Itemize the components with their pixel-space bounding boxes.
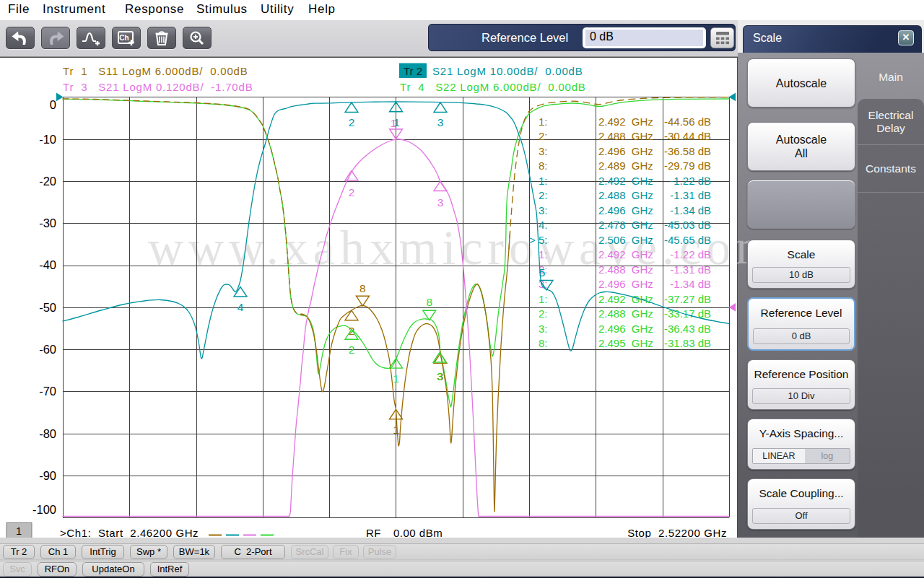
svg-text:1:: 1: bbox=[539, 175, 548, 187]
svg-text:-1.22 dB: -1.22 dB bbox=[670, 175, 711, 187]
svg-text:0.00 dBm: 0.00 dBm bbox=[393, 527, 443, 539]
svg-text:2:: 2: bbox=[539, 130, 548, 142]
svg-text:2.496 GHz: 2.496 GHz bbox=[598, 278, 653, 290]
svg-text:-1.22 dB: -1.22 dB bbox=[670, 248, 711, 260]
svg-text:2.488 GHz: 2.488 GHz bbox=[598, 130, 653, 142]
svg-text:-1.31 dB: -1.31 dB bbox=[670, 189, 711, 201]
svg-text:3: 3 bbox=[437, 370, 443, 382]
svg-text:4: 4 bbox=[237, 301, 244, 313]
svg-text:Tr 3 S21 LogM 0.120dB/ -1.: Tr 3 S21 LogM 0.120dB/ -1.70dB bbox=[63, 81, 253, 93]
svg-text:-100: -100 bbox=[32, 503, 56, 516]
svg-text:Tr 4 S22 LogM 6.000dB/ 0.0: Tr 4 S22 LogM 6.000dB/ 0.00dB bbox=[400, 81, 586, 93]
svg-text:2.495 GHz: 2.495 GHz bbox=[598, 337, 653, 349]
svg-text:-30: -30 bbox=[39, 216, 56, 229]
svg-text:2.506 GHz: 2.506 GHz bbox=[598, 234, 653, 246]
svg-text:-1.34 dB: -1.34 dB bbox=[670, 278, 711, 290]
svg-text:8: 8 bbox=[426, 296, 432, 308]
svg-text:Ch: Ch bbox=[119, 34, 128, 42]
svg-text:3: 3 bbox=[437, 196, 444, 209]
svg-text:Stop 2.52200 GHz: Stop 2.52200 GHz bbox=[627, 527, 727, 539]
svg-text:2.488 GHz: 2.488 GHz bbox=[598, 263, 653, 276]
svg-text:8:: 8: bbox=[539, 337, 548, 349]
svg-text:-80: -80 bbox=[39, 427, 56, 440]
svg-text:3:: 3: bbox=[539, 278, 548, 290]
svg-text:1:: 1: bbox=[539, 248, 548, 260]
svg-text:0: 0 bbox=[50, 98, 56, 111]
svg-text:Tr 2: Tr 2 bbox=[404, 65, 422, 77]
svg-text:>: > bbox=[529, 234, 536, 246]
svg-text:3:: 3: bbox=[539, 204, 548, 216]
svg-text:2.488 GHz: 2.488 GHz bbox=[598, 189, 653, 201]
svg-text:-1.34 dB: -1.34 dB bbox=[670, 204, 711, 216]
svg-text:2: 2 bbox=[349, 186, 355, 198]
svg-text:2.492 GHz: 2.492 GHz bbox=[598, 293, 653, 305]
svg-text:S21 LogM 10.00dB/ 0.00dB: S21 LogM 10.00dB/ 0.00dB bbox=[432, 65, 583, 77]
svg-text:2:: 2: bbox=[539, 189, 548, 201]
svg-text:-70: -70 bbox=[39, 385, 56, 398]
svg-text:-60: -60 bbox=[39, 343, 56, 356]
svg-text:2: 2 bbox=[349, 325, 355, 337]
svg-text:-44.56 dB: -44.56 dB bbox=[664, 115, 711, 128]
svg-text:-45.03 dB: -45.03 dB bbox=[664, 219, 711, 231]
svg-text:3:: 3: bbox=[539, 323, 548, 335]
svg-text:3: 3 bbox=[437, 116, 444, 128]
svg-text:RF: RF bbox=[366, 527, 381, 539]
svg-text:-40: -40 bbox=[39, 258, 56, 271]
svg-text:2.488 GHz: 2.488 GHz bbox=[598, 307, 653, 320]
svg-text:-10: -10 bbox=[39, 133, 56, 146]
svg-text:-36.43 dB: -36.43 dB bbox=[664, 323, 711, 335]
svg-text:1: 1 bbox=[393, 372, 399, 385]
svg-text:2.492 GHz: 2.492 GHz bbox=[598, 175, 653, 187]
svg-text:2:: 2: bbox=[539, 307, 548, 320]
svg-text:5:: 5: bbox=[539, 234, 548, 246]
svg-text:2.489 GHz: 2.489 GHz bbox=[598, 159, 653, 172]
svg-text:2.478 GHz: 2.478 GHz bbox=[598, 219, 653, 231]
svg-text:1: 1 bbox=[393, 424, 399, 436]
svg-text:2.496 GHz: 2.496 GHz bbox=[598, 204, 653, 216]
svg-text:-1.31 dB: -1.31 dB bbox=[670, 263, 711, 276]
svg-text:1: 1 bbox=[391, 117, 397, 129]
svg-text:2: 2 bbox=[349, 343, 355, 356]
svg-text:8:: 8: bbox=[539, 159, 548, 172]
svg-text:-30.44 dB: -30.44 dB bbox=[664, 130, 711, 142]
svg-text:4:: 4: bbox=[539, 219, 548, 231]
svg-text:8: 8 bbox=[359, 282, 366, 294]
svg-text:3:: 3: bbox=[539, 145, 548, 157]
svg-text:-36.58 dB: -36.58 dB bbox=[664, 145, 711, 157]
svg-text:-45.65 dB: -45.65 dB bbox=[664, 234, 711, 246]
svg-text:-31.83 dB: -31.83 dB bbox=[664, 337, 711, 349]
svg-text:>Ch1: Start 2.46200 GHz: >Ch1: Start 2.46200 GHz bbox=[60, 527, 199, 539]
svg-text:2.492 GHz: 2.492 GHz bbox=[598, 248, 653, 260]
svg-text:1:: 1: bbox=[539, 293, 548, 305]
svg-text:-90: -90 bbox=[39, 469, 56, 482]
svg-text:-37.27 dB: -37.27 dB bbox=[664, 293, 711, 305]
svg-text:2.496 GHz: 2.496 GHz bbox=[598, 145, 653, 157]
svg-text:5: 5 bbox=[539, 266, 546, 279]
svg-text:-29.79 dB: -29.79 dB bbox=[664, 159, 711, 172]
svg-text:2.496 GHz: 2.496 GHz bbox=[598, 323, 653, 335]
svg-text:2: 2 bbox=[349, 116, 355, 128]
svg-text:2.492 GHz: 2.492 GHz bbox=[598, 115, 653, 128]
svg-text:1:: 1: bbox=[539, 115, 548, 128]
svg-text:Tr 1 S11 LogM 6.000dB/ 0.0: Tr 1 S11 LogM 6.000dB/ 0.00dB bbox=[63, 65, 248, 77]
svg-text:1: 1 bbox=[16, 525, 22, 537]
svg-text:-20: -20 bbox=[39, 175, 56, 188]
svg-text:-50: -50 bbox=[39, 301, 56, 314]
